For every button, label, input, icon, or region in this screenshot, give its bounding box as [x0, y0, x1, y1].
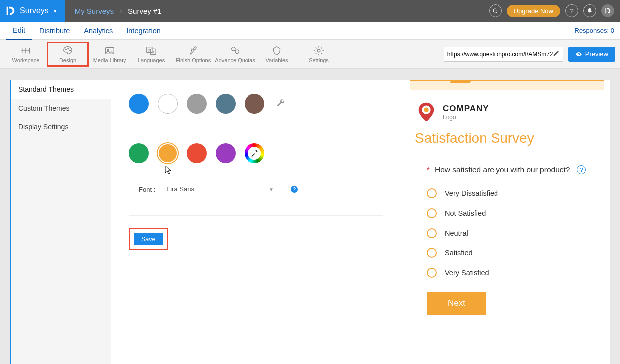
next-button[interactable]: Next: [427, 292, 486, 315]
breadcrumb: My Surveys › Survey #1: [65, 7, 162, 15]
top-bar: Surveys ▼ My Surveys › Survey #1 Upgrade…: [0, 0, 620, 22]
chevron-right-icon: ›: [120, 7, 122, 15]
edit-toolbar: Workspace Design Media Library 文A Langua…: [0, 40, 620, 69]
question-text: * How satisfied are you with our product…: [427, 165, 596, 174]
theme-swatch-blue[interactable]: [129, 94, 149, 114]
svg-point-19: [317, 49, 320, 52]
svg-rect-3: [605, 8, 606, 14]
wrench-icon[interactable]: [276, 98, 285, 110]
survey-preview: COMPANY Logo Satisfaction Survey * How s…: [401, 80, 610, 364]
sidebar-item-standard-themes[interactable]: Standard Themes: [10, 80, 111, 99]
search-icon[interactable]: [489, 4, 502, 17]
theme-swatch-purple[interactable]: [216, 143, 236, 163]
svg-text:A: A: [152, 50, 155, 53]
font-selector-row: Font : ▼ ?: [139, 183, 383, 195]
tab-integration[interactable]: Integration: [120, 22, 168, 40]
answer-options: Very Dissatisfied Not Satisfied Neutral …: [427, 183, 596, 283]
svg-point-22: [424, 107, 429, 112]
survey-url-field[interactable]: [444, 47, 563, 62]
tool-design[interactable]: Design: [47, 42, 89, 67]
divider: [129, 215, 383, 216]
company-name: COMPANY: [443, 104, 489, 114]
svg-rect-0: [7, 7, 8, 15]
swatch-row-2: [129, 143, 383, 163]
map-pin-icon: [415, 101, 438, 123]
question-help-icon[interactable]: ?: [577, 165, 586, 174]
design-side-nav: Standard Themes Custom Themes Display Se…: [11, 80, 111, 364]
workarea: Standard Themes Custom Themes Display Se…: [0, 69, 620, 364]
tab-distribute[interactable]: Distribute: [32, 22, 77, 40]
responses-count[interactable]: Responses: 0: [575, 27, 615, 34]
breadcrumb-parent[interactable]: My Surveys: [75, 7, 114, 15]
swatch-row-1: [129, 94, 383, 114]
svg-point-1: [493, 9, 496, 12]
breadcrumb-current: Survey #1: [128, 7, 162, 15]
question-card: * How satisfied are you with our product…: [419, 155, 604, 328]
svg-point-18: [235, 50, 239, 53]
tool-settings[interactable]: Settings: [298, 42, 340, 67]
svg-point-12: [107, 49, 109, 50]
option-very-dissatisfied[interactable]: Very Dissatisfied: [427, 183, 596, 203]
font-select[interactable]: [165, 183, 275, 195]
tool-workspace[interactable]: Workspace: [5, 42, 47, 67]
theme-swatch-brown[interactable]: [245, 94, 264, 114]
brand-title: Surveys: [20, 6, 49, 15]
theme-swatch-gray[interactable]: [187, 94, 207, 114]
main-tabs: Edit Distribute Analytics Integration Re…: [0, 22, 620, 40]
design-panel: Standard Themes Custom Themes Display Se…: [10, 80, 610, 364]
upgrade-button[interactable]: Upgrade Now: [507, 5, 561, 17]
svg-line-2: [496, 11, 497, 13]
eye-icon: [575, 51, 582, 58]
tool-advance-quotas[interactable]: Advance Quotas: [214, 42, 256, 67]
option-neutral[interactable]: Neutral: [427, 223, 596, 243]
radio-icon: [427, 228, 437, 238]
brand-menu[interactable]: Surveys ▼: [0, 0, 65, 22]
tool-variables[interactable]: Variables: [256, 42, 298, 67]
tab-analytics[interactable]: Analytics: [77, 22, 120, 40]
cursor-icon: [165, 165, 173, 175]
svg-point-10: [70, 50, 71, 51]
svg-point-8: [65, 49, 66, 50]
help-icon[interactable]: ?: [565, 4, 578, 17]
theme-swatch-red[interactable]: [187, 143, 207, 163]
help-icon[interactable]: ?: [291, 186, 298, 193]
sidebar-item-display-settings[interactable]: Display Settings: [11, 118, 111, 136]
radio-icon: [427, 208, 437, 218]
theme-swatch-green[interactable]: [129, 143, 149, 163]
option-not-satisfied[interactable]: Not Satisfied: [427, 203, 596, 223]
save-highlight: Save: [129, 228, 168, 250]
svg-point-20: [578, 53, 579, 54]
option-satisfied[interactable]: Satisfied: [427, 243, 596, 263]
svg-text:文: 文: [148, 48, 151, 51]
font-label: Font :: [139, 186, 155, 193]
theme-editor: Font : ▼ ? Save: [111, 80, 401, 364]
theme-swatch-orange[interactable]: [158, 143, 178, 163]
sidebar-item-custom-themes[interactable]: Custom Themes: [11, 99, 111, 118]
tool-languages[interactable]: 文A Languages: [130, 42, 172, 67]
caret-down-icon[interactable]: ▼: [269, 187, 274, 192]
profile-icon[interactable]: [601, 4, 614, 17]
tab-edit[interactable]: Edit: [6, 22, 32, 40]
radio-icon: [427, 248, 437, 258]
required-asterisk: *: [427, 165, 430, 174]
preview-header-bar: [410, 80, 604, 90]
svg-point-9: [68, 48, 69, 49]
company-logo: COMPANY Logo: [410, 94, 604, 128]
eyedropper-icon: [250, 149, 258, 157]
theme-swatch-white[interactable]: [158, 94, 178, 114]
theme-swatch-custom-color[interactable]: [245, 143, 264, 163]
theme-swatch-slate[interactable]: [216, 94, 236, 114]
option-very-satisfied[interactable]: Very Satisfied: [427, 263, 596, 283]
pencil-icon[interactable]: [553, 50, 560, 58]
survey-url-input[interactable]: [447, 51, 553, 58]
tool-media-library[interactable]: Media Library: [89, 42, 130, 67]
radio-icon: [427, 188, 437, 198]
preview-button[interactable]: Preview: [568, 47, 615, 62]
tool-finish-options[interactable]: Finish Options: [172, 42, 214, 67]
survey-title: Satisfaction Survey: [410, 128, 604, 155]
svg-point-17: [232, 47, 235, 50]
notifications-icon[interactable]: [583, 4, 596, 17]
save-button[interactable]: Save: [134, 233, 163, 245]
company-sub: Logo: [443, 114, 489, 121]
app-logo-icon: [5, 5, 16, 16]
